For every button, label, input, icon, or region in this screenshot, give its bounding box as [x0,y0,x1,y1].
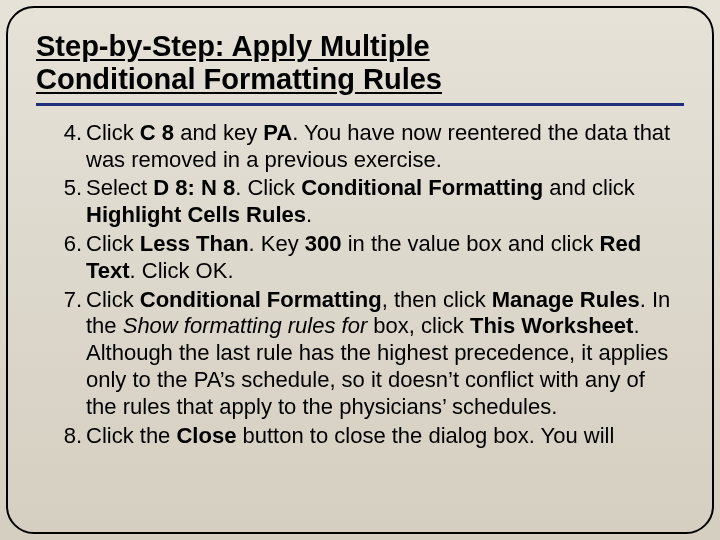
text: . Click [235,175,301,200]
text: and key [174,120,263,145]
step-list: Click C 8 and key PA. You have now reent… [36,120,684,450]
bold-text: D 8: N 8 [153,175,235,200]
bold-text: Conditional Formatting [140,287,382,312]
text: . Click OK. [130,258,234,283]
step-7: Click Conditional Formatting, then click… [86,287,680,421]
italic-text: Show formatting rules for [123,313,368,338]
slide-inner-frame: Step-by-Step: Apply Multiple Conditional… [6,6,714,534]
text: . Key [249,231,305,256]
bold-text: This Worksheet [470,313,633,338]
title-line-2: Conditional Formatting Rules [36,63,442,95]
text: Click [86,120,140,145]
text: box, click [367,313,470,338]
text: button to close the dialog box. You will [236,423,614,448]
bold-text: 300 [305,231,342,256]
bold-text: C 8 [140,120,174,145]
text: . [306,202,312,227]
slide: Step-by-Step: Apply Multiple Conditional… [0,0,720,540]
bold-text: Highlight Cells Rules [86,202,306,227]
text: and click [543,175,635,200]
slide-title: Step-by-Step: Apply Multiple Conditional… [36,30,684,97]
step-6: Click Less Than. Key 300 in the value bo… [86,231,680,285]
text: Select [86,175,153,200]
title-underline-rule [36,103,684,106]
bold-text: Manage Rules [492,287,640,312]
text: Click [86,231,140,256]
text: in the value box and click [342,231,600,256]
text: Click [86,287,140,312]
bold-text: PA [263,120,292,145]
bold-text: Less Than [140,231,249,256]
step-4: Click C 8 and key PA. You have now reent… [86,120,680,174]
title-line-1: Step-by-Step: Apply Multiple [36,30,430,62]
bold-text: Conditional Formatting [301,175,543,200]
text: , then click [382,287,492,312]
step-5: Select D 8: N 8. Click Conditional Forma… [86,175,680,229]
bold-text: Close [176,423,236,448]
step-8: Click the Close button to close the dial… [86,423,680,450]
text: Click the [86,423,176,448]
